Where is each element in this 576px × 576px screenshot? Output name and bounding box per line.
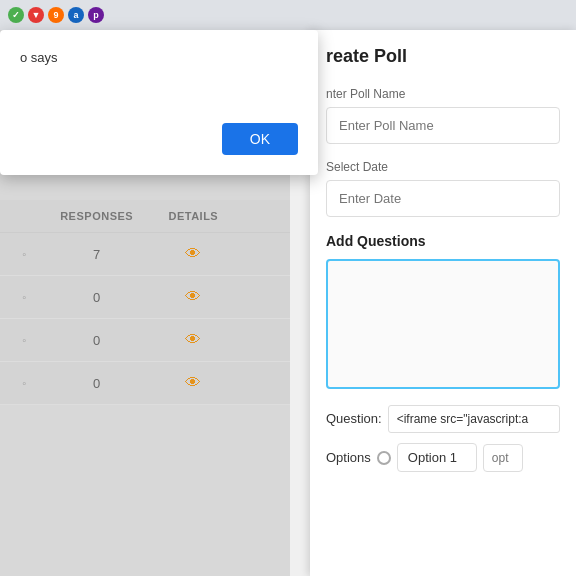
alert-buttons: OK — [20, 123, 298, 155]
row-index: ◦ — [0, 248, 48, 260]
details-cell: 👁 — [145, 288, 242, 306]
option1-input[interactable] — [397, 443, 477, 472]
ok-button[interactable]: OK — [222, 123, 298, 155]
table-header: RESPONSES DETAILS — [0, 200, 290, 233]
data-table: RESPONSES DETAILS ◦ 7 👁 ◦ 0 👁 ◦ 0 👁 — [0, 200, 290, 405]
table-row: ◦ 0 👁 — [0, 319, 290, 362]
question-row: Question: — [326, 405, 560, 433]
table-row: ◦ 0 👁 — [0, 276, 290, 319]
poll-name-label: nter Poll Name — [326, 87, 560, 101]
table-row: ◦ 0 👁 — [0, 362, 290, 405]
question-label: Question: — [326, 405, 382, 426]
alert-message: o says — [20, 50, 298, 65]
create-poll-panel: reate Poll nter Poll Name Select Date Ad… — [310, 30, 576, 576]
date-input[interactable] — [326, 180, 560, 217]
col-end — [242, 210, 290, 222]
option2-input[interactable] — [483, 444, 523, 472]
browser-icon-orange: 9 — [48, 7, 64, 23]
alert-dialog: o says OK — [0, 30, 318, 175]
row-index: ◦ — [0, 377, 48, 389]
details-cell: 👁 — [145, 331, 242, 349]
options-label: Options — [326, 450, 371, 465]
browser-icon-blue: a — [68, 7, 84, 23]
eye-icon[interactable]: 👁 — [185, 288, 201, 305]
question-input[interactable] — [388, 405, 560, 433]
responses-cell: 0 — [48, 333, 145, 348]
responses-cell: 7 — [48, 247, 145, 262]
panel-title: reate Poll — [326, 46, 560, 67]
details-cell: 👁 — [145, 245, 242, 263]
row-index: ◦ — [0, 334, 48, 346]
browser-icon-green: ✓ — [8, 7, 24, 23]
details-cell: 👁 — [145, 374, 242, 392]
browser-chrome: ✓ ▼ 9 a p — [0, 0, 576, 30]
table-row: ◦ 7 👁 — [0, 233, 290, 276]
col-details: DETAILS — [145, 210, 242, 222]
add-questions-box[interactable] — [326, 259, 560, 389]
eye-icon[interactable]: 👁 — [185, 374, 201, 391]
options-row: Options — [326, 443, 560, 472]
responses-cell: 0 — [48, 376, 145, 391]
col-responses: RESPONSES — [48, 210, 145, 222]
date-label: Select Date — [326, 160, 560, 174]
poll-name-input[interactable] — [326, 107, 560, 144]
eye-icon[interactable]: 👁 — [185, 331, 201, 348]
browser-icon-purple: p — [88, 7, 104, 23]
row-index: ◦ — [0, 291, 48, 303]
add-questions-label: Add Questions — [326, 233, 560, 249]
col-empty — [0, 210, 48, 222]
radio-button[interactable] — [377, 451, 391, 465]
responses-cell: 0 — [48, 290, 145, 305]
browser-icon-red: ▼ — [28, 7, 44, 23]
eye-icon[interactable]: 👁 — [185, 245, 201, 262]
